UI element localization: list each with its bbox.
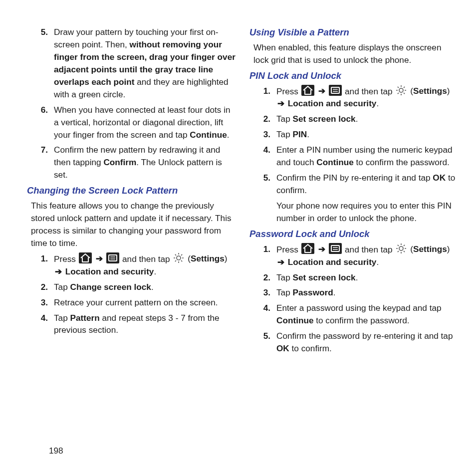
text-fragment: Continue bbox=[190, 130, 227, 140]
home-icon bbox=[301, 243, 314, 254]
step-number: 6. bbox=[31, 104, 48, 116]
text-fragment: Settings bbox=[413, 244, 447, 254]
step-item: 3.Retrace your current pattern on the sc… bbox=[31, 296, 236, 309]
step-number: 2. bbox=[253, 271, 270, 284]
text-fragment: Set screen lock bbox=[293, 114, 356, 124]
svg-rect-8 bbox=[331, 245, 339, 251]
text-fragment: Location and security bbox=[288, 257, 377, 267]
text-fragment: ) bbox=[447, 86, 450, 96]
step-body: Press ➔ and then tap (Settings) ➔ Locati… bbox=[276, 244, 450, 267]
step-number: 4. bbox=[253, 302, 270, 314]
step-number: 1. bbox=[253, 85, 270, 97]
left-steps-continued: 5.Draw your pattern by touching your fir… bbox=[27, 26, 236, 181]
step-body: Enter a password using the keypad and ta… bbox=[276, 303, 442, 325]
text-fragment: Tap bbox=[276, 287, 293, 297]
intro-changing-screen-lock-pattern: This feature allows you to change the pr… bbox=[31, 200, 236, 249]
step-item: 4.Enter a password using the keypad and … bbox=[253, 302, 458, 327]
text-fragment: Tap bbox=[54, 282, 70, 292]
menu-icon bbox=[329, 85, 342, 96]
heading-using-visible-pattern: Using Visible a Pattern bbox=[249, 26, 458, 39]
arrow-icon: ➔ bbox=[54, 266, 63, 276]
text-fragment: Tap bbox=[276, 114, 293, 124]
text-fragment: Confirm the PIN by re-entering it and ta… bbox=[276, 173, 433, 183]
step-number: 3. bbox=[253, 286, 270, 299]
step-number: 5. bbox=[31, 26, 48, 38]
step-body: Confirm the new pattern by redrawing it … bbox=[54, 145, 222, 180]
text-fragment: to confirm the password. bbox=[354, 157, 450, 167]
steps-pin-lock-unlock: 1.Press ➔ and then tap (Settings) ➔ Loca… bbox=[249, 85, 458, 225]
text-fragment: OK bbox=[433, 173, 446, 183]
steps-password-lock-unlock: 1.Press ➔ and then tap (Settings) ➔ Loca… bbox=[249, 243, 458, 355]
step-number: 4. bbox=[31, 312, 48, 324]
gear-icon bbox=[395, 84, 407, 96]
text-fragment: Continue bbox=[316, 157, 353, 167]
text-fragment: Pattern bbox=[70, 313, 100, 323]
arrow-icon: ➔ bbox=[276, 98, 285, 108]
step-body: Press ➔ and then tap (Settings) ➔ Locati… bbox=[276, 86, 450, 109]
step-body: Retrace your current pattern on the scre… bbox=[54, 297, 218, 307]
step-number: 3. bbox=[253, 128, 270, 141]
text-fragment: Settings bbox=[413, 86, 447, 96]
step-body: Confirm the PIN by re-entering it and ta… bbox=[276, 173, 455, 195]
svg-rect-4 bbox=[331, 87, 339, 93]
text-fragment: ) bbox=[225, 253, 228, 263]
step-body: Draw your pattern by touching your first… bbox=[54, 27, 236, 99]
svg-point-3 bbox=[177, 256, 181, 260]
step-body: Tap Set screen lock. bbox=[276, 272, 358, 282]
page-number: 198 bbox=[49, 446, 458, 456]
left-column: 5.Draw your pattern by touching your fir… bbox=[27, 26, 236, 437]
text-fragment: . bbox=[151, 282, 154, 292]
text-fragment: . bbox=[333, 287, 336, 297]
step-item: 2.Tap Set screen lock. bbox=[253, 271, 458, 284]
step-number: 1. bbox=[31, 252, 48, 265]
step-item: 5.Draw your pattern by touching your fir… bbox=[31, 26, 236, 101]
step-item: 4.Enter a PIN number using the numeric k… bbox=[253, 144, 458, 169]
text-fragment: . bbox=[376, 98, 379, 108]
text-fragment: to confirm the password. bbox=[313, 315, 409, 325]
text-fragment: . bbox=[154, 266, 156, 276]
step-number: 4. bbox=[253, 144, 270, 156]
right-column: Using Visible a Pattern When enabled, th… bbox=[249, 26, 458, 437]
text-fragment: Location and security bbox=[288, 98, 377, 108]
step-body: Confirm the password by re-entering it a… bbox=[276, 331, 453, 353]
step-item: 3.Tap PIN. bbox=[253, 128, 458, 141]
step-item: 2.Tap Change screen lock. bbox=[31, 281, 236, 293]
text-fragment: . bbox=[356, 114, 358, 124]
step-body: When you have connected at least four do… bbox=[54, 105, 231, 140]
step-item: 1.Press ➔ and then tap (Settings) ➔ Loca… bbox=[253, 243, 458, 268]
svg-point-11 bbox=[399, 246, 403, 250]
arrow-icon: ➔ bbox=[95, 253, 104, 263]
step-number: 7. bbox=[31, 144, 48, 156]
menu-icon bbox=[106, 252, 119, 263]
text-fragment: and then tap bbox=[342, 86, 395, 96]
step-body: Tap Change screen lock. bbox=[54, 282, 154, 292]
text-fragment: Press bbox=[54, 254, 78, 264]
step-item: 1.Press ➔ and then tap (Settings) ➔ Loca… bbox=[31, 252, 236, 278]
steps-changing-screen-lock-pattern: 1.Press ➔ and then tap (Settings) ➔ Loca… bbox=[27, 252, 236, 337]
heading-changing-screen-lock-pattern: Changing the Screen Lock Pattern bbox=[27, 184, 236, 198]
home-icon bbox=[79, 252, 92, 263]
svg-point-7 bbox=[399, 88, 403, 92]
text-fragment: Settings bbox=[191, 253, 225, 263]
text-fragment: Confirm bbox=[103, 157, 136, 167]
text-fragment: Password bbox=[293, 287, 333, 297]
step-number: 5. bbox=[253, 172, 270, 184]
page: 5.Draw your pattern by touching your fir… bbox=[0, 0, 476, 476]
text-fragment: ) bbox=[447, 244, 450, 254]
text-fragment: . bbox=[376, 257, 379, 267]
svg-rect-0 bbox=[109, 255, 117, 261]
step-number: 1. bbox=[253, 243, 270, 255]
text-fragment: to confirm. bbox=[289, 343, 332, 353]
text-fragment: . bbox=[307, 129, 309, 139]
arrow-icon: ➔ bbox=[317, 86, 326, 96]
text-fragment: Tap bbox=[276, 272, 293, 282]
text-fragment: OK bbox=[276, 343, 289, 353]
step-item: 3.Tap Password. bbox=[253, 286, 458, 299]
menu-icon bbox=[329, 243, 342, 254]
text-fragment: Retrace your current pattern on the scre… bbox=[54, 297, 218, 307]
heading-password-lock-unlock: Password Lock and Unlock bbox=[249, 228, 458, 241]
arrow-icon: ➔ bbox=[276, 257, 285, 267]
text-fragment: Confirm the password by re-entering it a… bbox=[276, 331, 453, 341]
text-fragment: Enter a password using the keypad and ta… bbox=[276, 303, 442, 313]
text-fragment: Tap bbox=[54, 313, 70, 323]
